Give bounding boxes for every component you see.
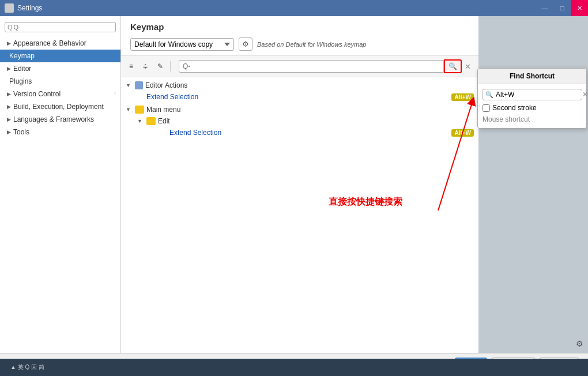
expand-arrow: ▶: [7, 116, 11, 122]
panel-settings-gear[interactable]: ⚙: [576, 339, 583, 348]
content-header: Keymap Default for Windows copy Default …: [121, 16, 478, 56]
page-title: Keymap: [130, 22, 469, 32]
sidebar-item-keymap-label: Keymap: [9, 52, 35, 60]
edit-shortcut-button[interactable]: ✎: [154, 60, 167, 73]
search-row: 🔍 ✕: [179, 59, 474, 73]
maximize-button[interactable]: □: [553, 0, 571, 16]
find-shortcut-popup: Find Shortcut 🔍 ✕ Second stroke Mouse sh…: [477, 68, 587, 129]
tree-item-name-1: Extend Selection: [146, 93, 451, 101]
minimize-button[interactable]: —: [536, 0, 553, 16]
find-shortcut-body: 🔍 ✕ Second stroke Mouse shortcut: [478, 84, 586, 128]
find-shortcut-button[interactable]: 🔍: [444, 59, 462, 73]
tree-group-main-menu: ▼ Main menu ▼ Edit Extend Selection: [121, 104, 478, 138]
expand-arrow: ▶: [7, 129, 11, 135]
tree-group-main-menu-header[interactable]: ▼ Main menu: [121, 104, 478, 115]
tree-collapse-arrow: ▼: [126, 82, 133, 88]
second-stroke-label: Second stroke: [492, 104, 537, 112]
sidebar-item-editor[interactable]: ▶ Editor: [0, 62, 120, 75]
right-panel-bottom: ⚙: [478, 334, 588, 353]
sidebar-search-icon: Q: [7, 24, 13, 31]
folder-icon-main-menu: [135, 106, 144, 114]
keymap-gear-button[interactable]: ⚙: [239, 37, 252, 51]
tree-group-editor-actions: ▼ Editor Actions Extend Selection Alt+W: [121, 80, 478, 103]
find-shortcut-input[interactable]: [496, 91, 582, 99]
sidebar-item-languages[interactable]: ▶ Languages & Frameworks: [0, 113, 120, 126]
keymap-based-text: Based on Default for Windows keymap: [257, 41, 366, 48]
find-shortcut-title: Find Shortcut: [478, 69, 586, 84]
sidebar-search-container[interactable]: Q: [5, 22, 116, 32]
tree-group-editor-actions-label: Editor Actions: [145, 81, 187, 89]
tree-item-name-2: Extend Selection: [169, 129, 451, 137]
folder-icon-edit: [146, 117, 156, 125]
vcs-badge: !: [114, 91, 116, 97]
keymap-selector-row: Default for Windows copy Default for Win…: [130, 37, 469, 51]
sidebar-item-editor-label: Editor: [13, 65, 31, 73]
second-stroke-checkbox[interactable]: [483, 104, 490, 112]
close-search-button[interactable]: ✕: [462, 61, 474, 72]
settings-dialog: Q ▶ Appearance & Behavior Keymap ▶ Edito…: [0, 16, 588, 376]
taskbar: ▲ 英 Q 回 简: [0, 359, 588, 376]
sidebar-item-appearance-label: Appearance & Behavior: [13, 39, 86, 47]
expand-arrow: ▶: [7, 40, 11, 46]
settings-icon: [5, 3, 14, 13]
taskbar-info: ▲ 英 Q 回 简: [5, 363, 583, 371]
tree-collapse-arrow-2: ▼: [126, 107, 133, 112]
sidebar-item-build-label: Build, Execution, Deployment: [13, 103, 104, 111]
expand-arrow: ▶: [7, 91, 11, 97]
keymap-select[interactable]: Default for Windows copy Default for Win…: [130, 38, 234, 51]
tree-group-edit-label: Edit: [158, 117, 170, 125]
sidebar: Q ▶ Appearance & Behavior Keymap ▶ Edito…: [0, 16, 121, 353]
tree-group-edit-header[interactable]: ▼ Edit: [133, 115, 478, 127]
tree-item-extend-selection-2[interactable]: Extend Selection Alt+W: [133, 127, 478, 138]
window-title: Settings: [17, 4, 42, 12]
main-content: Keymap Default for Windows copy Default …: [121, 16, 478, 353]
sidebar-item-vcs[interactable]: ▶ Version Control !: [0, 88, 120, 100]
find-shortcut-checkbox-row: Second stroke: [483, 104, 582, 112]
tree-group-main-menu-label: Main menu: [146, 106, 180, 114]
sidebar-item-plugins[interactable]: Plugins: [0, 75, 120, 88]
expand-all-button[interactable]: ≡: [126, 60, 137, 73]
sidebar-item-tools[interactable]: ▶ Tools: [0, 126, 120, 138]
right-panel: Find Shortcut 🔍 ✕ Second stroke Mouse sh…: [478, 16, 588, 353]
sidebar-item-languages-label: Languages & Frameworks: [13, 115, 94, 123]
expand-arrow: ▶: [7, 66, 11, 72]
mouse-shortcut-label: Mouse shortcut: [483, 115, 530, 123]
tree-group-editor-actions-header[interactable]: ▼ Editor Actions: [121, 80, 478, 91]
collapse-all-button[interactable]: ≑: [139, 60, 152, 73]
plugin-folder-icon: [135, 81, 143, 89]
sidebar-item-build[interactable]: ▶ Build, Execution, Deployment: [0, 100, 120, 113]
tree-subgroup-edit: ▼ Edit Extend Selection Alt+W: [121, 115, 478, 138]
tree-collapse-arrow-edit: ▼: [137, 118, 144, 124]
sidebar-item-plugins-label: Plugins: [9, 77, 32, 85]
shortcut-badge-1: Alt+W: [451, 93, 474, 101]
title-bar: Settings — □ ✕: [0, 0, 588, 16]
toolbar-separator: [170, 61, 171, 72]
shortcut-badge-2: Alt+W: [451, 129, 474, 137]
sidebar-item-appearance[interactable]: ▶ Appearance & Behavior: [0, 37, 120, 50]
keymap-toolbar: ≡ ≑ ✎ 🔍 ✕: [121, 56, 478, 77]
sidebar-item-tools-label: Tools: [13, 128, 29, 136]
keymap-search-input[interactable]: [179, 60, 444, 73]
search-icon: 🔍: [448, 62, 457, 70]
expand-arrow: ▶: [7, 104, 11, 110]
find-shortcut-mouse-row: Mouse shortcut: [483, 115, 582, 123]
find-shortcut-input-row: 🔍 ✕: [483, 89, 582, 100]
sidebar-item-keymap[interactable]: Keymap: [0, 50, 120, 62]
sidebar-search-input[interactable]: [14, 24, 113, 31]
window-controls: — □ ✕: [536, 0, 588, 16]
find-shortcut-clear-button[interactable]: ✕: [582, 91, 588, 99]
tree-item-extend-selection-1[interactable]: Extend Selection Alt+W: [121, 91, 478, 103]
dialog-body: Q ▶ Appearance & Behavior Keymap ▶ Edito…: [0, 16, 588, 353]
find-shortcut-search-icon: 🔍: [485, 91, 493, 99]
close-button[interactable]: ✕: [571, 0, 588, 16]
keymap-tree: ▼ Editor Actions Extend Selection Alt+W …: [121, 77, 478, 353]
sidebar-item-vcs-label: Version Control: [13, 90, 61, 98]
